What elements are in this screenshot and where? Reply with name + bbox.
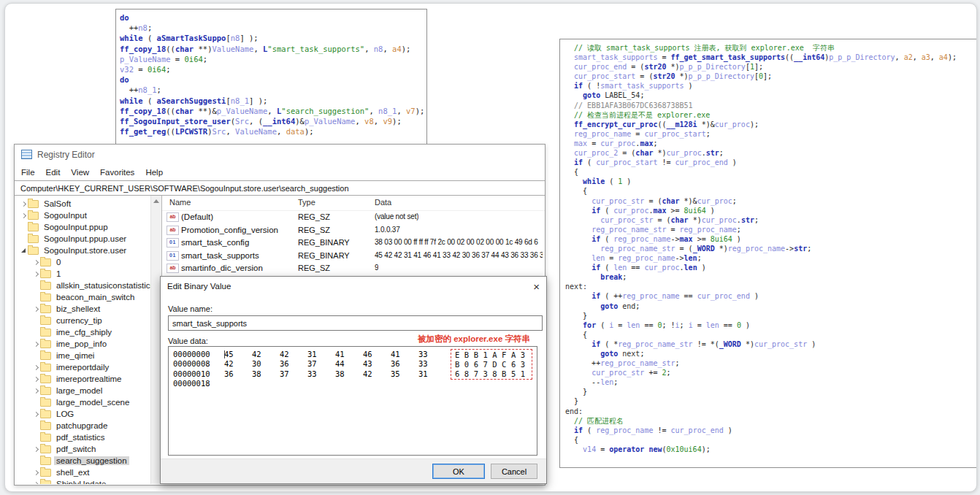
chevron-collapsed-icon[interactable] <box>31 307 40 311</box>
code-line: ff_SogouInput_store_user(Src, (__int64)&… <box>120 116 423 126</box>
code-line: } <box>565 396 977 406</box>
tree-item-ime_qimei[interactable]: ime_qimei <box>15 350 150 361</box>
tree-item-large_model_scene[interactable]: large_model_scene <box>15 396 150 408</box>
code-line: { <box>565 167 977 177</box>
folder-icon <box>40 422 51 430</box>
hex-byte: 41 <box>335 350 363 359</box>
chevron-collapsed-icon[interactable] <box>31 483 40 485</box>
chevron-collapsed-icon[interactable] <box>31 377 40 381</box>
code-line: len = reg_proc_name->len; <box>565 253 977 263</box>
chevron-expanded-icon[interactable] <box>19 248 28 253</box>
value-name: smart_task_supports <box>181 251 259 260</box>
folder-icon <box>28 247 39 255</box>
chevron-collapsed-icon[interactable] <box>31 412 40 416</box>
chevron-collapsed-icon[interactable] <box>19 202 28 206</box>
close-icon[interactable]: × <box>533 281 540 292</box>
scroll-up-icon[interactable] <box>153 199 159 203</box>
folder-icon <box>40 375 51 383</box>
code-line: } <box>565 387 977 396</box>
ascii-text: EBB1AFA3 <box>455 350 532 360</box>
value-row-(Default)[interactable]: ab(Default)REG_SZ(value not set) <box>162 211 545 224</box>
tree-item-patchupgrade[interactable]: patchupgrade <box>15 420 150 431</box>
tree-item-0[interactable]: 0 <box>15 256 150 268</box>
value-row-Promotion_config_version[interactable]: abPromotion_config_versionREG_SZ1.0.0.37 <box>162 224 545 237</box>
folder-icon <box>28 200 39 208</box>
tree-item-pdf_switch[interactable]: pdf_switch <box>15 443 150 455</box>
tree-item-imereportrealtime[interactable]: imereportrealtime <box>15 373 150 385</box>
column-header-name[interactable]: Name <box>169 198 191 207</box>
decompiler-panel-right: // 读取 smart_task_supports 注册表, 获取到 explo… <box>559 39 977 468</box>
tree-item-label: shell_ext <box>54 468 91 477</box>
address-text: Computer\HKEY_CURRENT_USER\SOFTWARE\Sogo… <box>20 184 349 193</box>
tree-item-label: large_model <box>54 386 104 395</box>
code-line: // 检查当前进程是不是 explorer.exe <box>565 110 977 120</box>
value-row-smartinfo_dic_version[interactable]: absmartinfo_dic_versionREG_SZ9 <box>162 262 545 275</box>
tree-item-label: pdf_switch <box>54 445 98 453</box>
tree-item-SogouInput.ppup.user[interactable]: SogouInput.ppup.user <box>15 233 150 245</box>
code-line: { <box>565 435 977 445</box>
tree-item-LOG[interactable]: LOG <box>15 408 150 420</box>
column-header-type[interactable]: Type <box>298 198 315 207</box>
value-name: smart_task_config <box>181 238 249 247</box>
hex-byte: 31 <box>307 350 335 359</box>
value-row-smart_task_config[interactable]: 01smart_task_configREG_BINARY38 03 00 00… <box>162 237 545 250</box>
tree-item-label: large_model_scene <box>54 398 131 407</box>
chevron-collapsed-icon[interactable] <box>31 342 40 346</box>
folder-icon <box>28 212 39 220</box>
tree-item-label: currency_tip <box>54 316 104 325</box>
value-row-smart_task_supports[interactable]: 01smart_task_supportsREG_BINARY45 42 42 … <box>162 250 545 263</box>
menu-file[interactable]: File <box>21 168 35 177</box>
chevron-collapsed-icon[interactable] <box>31 272 40 276</box>
tree-item-1[interactable]: 1 <box>15 268 150 280</box>
column-header-data[interactable]: Data <box>375 198 391 207</box>
tree-item-pdf_statistics[interactable]: pdf_statistics <box>15 431 150 443</box>
code-line: cur_proc_str += 2; <box>565 368 977 377</box>
tree-item-SogouInput[interactable]: SogouInput <box>15 210 150 221</box>
tree-item-SogouInput.ppup[interactable]: SogouInput.ppup <box>15 221 150 233</box>
tree-item-beacon_main_switch[interactable]: beacon_main_switch <box>15 291 150 303</box>
tree-item-biz_shellext[interactable]: biz_shellext <box>15 303 150 315</box>
tree-item-ShiplyUpdate[interactable]: ShiplyUpdate <box>15 478 150 484</box>
tree-item-SalSoft[interactable]: SalSoft <box>15 198 150 210</box>
ok-button[interactable]: OK <box>432 464 485 479</box>
chevron-collapsed-icon[interactable] <box>31 471 40 475</box>
tree-item-search_suggestion[interactable]: search_suggestion <box>15 455 150 467</box>
menu-help[interactable]: Help <box>145 168 163 177</box>
value-name-input[interactable]: smart_task_supports <box>168 315 543 331</box>
tree-item-shell_ext[interactable]: shell_ext <box>15 467 150 478</box>
tree-item-ime_cfg_shiply[interactable]: ime_cfg_shiply <box>15 326 150 338</box>
chevron-collapsed-icon[interactable] <box>31 448 40 451</box>
value-data: 38 03 00 00 ff ff ff 7f 2c 00 02 00 02 0… <box>375 238 538 246</box>
tree-item-currency_tip[interactable]: currency_tip <box>15 315 150 326</box>
code-line: reg_proc_name = cur_proc_start; <box>565 129 977 139</box>
folder-icon <box>40 364 51 372</box>
tree-item-large_model[interactable]: large_model <box>15 385 150 396</box>
chevron-collapsed-icon[interactable] <box>31 366 40 369</box>
chevron-collapsed-icon[interactable] <box>31 261 40 264</box>
cancel-button[interactable]: Cancel <box>491 464 537 479</box>
value-data-hex-editor[interactable]: 0000000045424231414641330000000842303637… <box>168 346 537 456</box>
chevron-collapsed-icon[interactable] <box>31 389 40 393</box>
address-bar[interactable]: Computer\HKEY_CURRENT_USER\SOFTWARE\Sogo… <box>15 180 545 196</box>
tree-item-SogouInput.store.user[interactable]: SogouInput.store.user <box>15 245 150 256</box>
chevron-collapsed-icon[interactable] <box>19 214 28 218</box>
menu-view[interactable]: View <box>71 168 89 177</box>
code-line: reg_proc_name_str = reg_proc_name; <box>565 225 977 234</box>
code-line: { <box>565 330 977 339</box>
menu-favorites[interactable]: Favorites <box>100 168 134 177</box>
hex-byte: 44 <box>335 359 363 369</box>
registry-app-icon <box>21 150 32 159</box>
tree-item-label: LOG <box>54 410 76 418</box>
folder-icon <box>40 317 51 325</box>
tree-item-imereportdaily[interactable]: imereportdaily <box>15 361 150 373</box>
dialog-footer: OK Cancel <box>161 458 546 483</box>
value-data: 1.0.0.37 <box>375 226 400 234</box>
tree-item-label: imereportrealtime <box>54 375 123 383</box>
analysis-card: do ++n8;while ( aSmartTaskSuppo[n8] );ff… <box>4 3 977 492</box>
tree-item-label: ime_cfg_shiply <box>54 328 114 337</box>
folder-icon <box>40 469 51 477</box>
tree-item-allskin_statusiconstatistics[interactable]: allskin_statusiconstatistics <box>15 280 150 291</box>
tree-item-ime_pop_info[interactable]: ime_pop_info <box>15 338 150 350</box>
folder-icon <box>40 329 51 337</box>
menu-edit[interactable]: Edit <box>46 168 61 177</box>
